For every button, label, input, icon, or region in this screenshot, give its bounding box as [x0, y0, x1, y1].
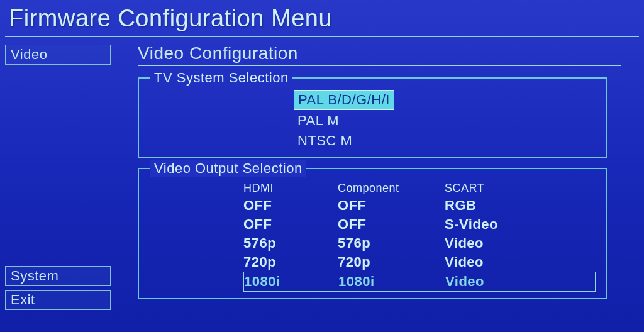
- cell-component: OFF: [338, 197, 445, 214]
- cell-hdmi: OFF: [243, 216, 338, 233]
- cell-hdmi: 576p: [243, 235, 338, 252]
- header-hdmi: HDMI: [243, 182, 338, 195]
- cell-scart: Video: [445, 254, 539, 270]
- sidebar-item-system[interactable]: System: [5, 266, 111, 286]
- output-header-row: HDMI Component SCART: [243, 180, 596, 196]
- cell-hdmi: 1080i: [244, 274, 338, 290]
- sidebar-bottom: System Exit: [5, 266, 111, 323]
- output-row-0[interactable]: OFF OFF RGB: [243, 196, 596, 215]
- cell-scart: S-Video: [445, 216, 539, 233]
- video-output-group: Video Output Selection HDMI Component SC…: [138, 168, 607, 299]
- video-output-group-label: Video Output Selection: [150, 160, 306, 177]
- video-output-table: HDMI Component SCART OFF OFF RGB OFF OFF…: [149, 180, 596, 292]
- cell-component: OFF: [338, 216, 445, 233]
- main-panel: Video Configuration TV System Selection …: [116, 37, 644, 330]
- cell-component: 576p: [338, 235, 445, 252]
- tv-option-ntsc-m[interactable]: NTSC M: [294, 131, 356, 150]
- cell-scart: RGB: [445, 197, 539, 214]
- tv-option-pal-m[interactable]: PAL M: [294, 111, 343, 130]
- section-divider: [138, 65, 621, 66]
- tv-option-pal-bdghi[interactable]: PAL B/D/G/H/I: [294, 90, 394, 110]
- cell-component: 720p: [338, 254, 445, 270]
- output-row-1[interactable]: OFF OFF S-Video: [243, 215, 596, 234]
- cell-hdmi: OFF: [243, 197, 338, 214]
- output-row-2[interactable]: 576p 576p Video: [243, 234, 596, 253]
- section-heading: Video Configuration: [138, 43, 631, 64]
- tv-system-group-label: TV System Selection: [150, 70, 292, 86]
- header-component: Component: [338, 182, 445, 195]
- header-scart: SCART: [445, 182, 539, 195]
- tv-system-options: PAL B/D/G/H/I PAL M NTSC M: [149, 90, 596, 150]
- output-row-4[interactable]: 1080i 1080i Video: [243, 272, 596, 292]
- content-area: Video System Exit Video Configuration TV…: [0, 37, 644, 330]
- cell-scart: Video: [445, 274, 540, 290]
- output-row-3[interactable]: 720p 720p Video: [243, 253, 596, 272]
- sidebar-item-exit[interactable]: Exit: [5, 290, 111, 310]
- sidebar-top: Video: [5, 45, 111, 65]
- sidebar-item-video[interactable]: Video: [5, 45, 111, 65]
- cell-component: 1080i: [338, 274, 445, 290]
- cell-hdmi: 720p: [243, 254, 338, 270]
- page-title: Firmware Configuration Menu: [0, 0, 644, 36]
- tv-system-group: TV System Selection PAL B/D/G/H/I PAL M …: [138, 77, 607, 158]
- cell-scart: Video: [445, 235, 539, 252]
- sidebar: Video System Exit: [0, 37, 116, 330]
